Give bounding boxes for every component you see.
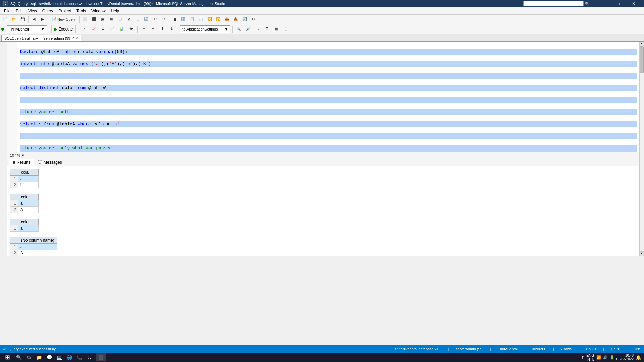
query-options-btn[interactable]: ⚙	[99, 25, 107, 33]
row-num: 2	[10, 182, 18, 188]
connection-dropdown[interactable]: ThriivDental ▼	[7, 25, 47, 33]
tab-results[interactable]: ⊞ Results	[9, 159, 34, 166]
tb-btn-12[interactable]: 🔢	[179, 15, 187, 23]
code-line-6: --here you get both	[20, 109, 637, 115]
code-editor[interactable]: Declare @tableA table ( cola varchar(50)…	[7, 42, 639, 152]
menu-file[interactable]: File	[1, 8, 13, 14]
code-content[interactable]: Declare @tableA table ( cola varchar(50)…	[17, 42, 639, 152]
close-button[interactable]: ✕	[626, 0, 641, 7]
maximize-button[interactable]: □	[610, 0, 626, 7]
tb-sep3	[79, 16, 80, 23]
menu-tools[interactable]: Tools	[74, 8, 89, 14]
menu-help[interactable]: Help	[108, 8, 122, 14]
tb-btn-14[interactable]: 📊	[197, 15, 205, 23]
code-line-3	[20, 73, 637, 79]
tb-btn-10[interactable]: ↪	[160, 15, 168, 23]
scrollbar-track[interactable]	[640, 46, 644, 251]
btn-i[interactable]: ⊞	[272, 25, 280, 33]
chat-btn[interactable]: 💬	[44, 353, 54, 361]
code-line-4: select distinct cola from @tableA	[20, 85, 637, 91]
tb-btn-11[interactable]: ⏹	[171, 15, 179, 23]
taskview-btn[interactable]: ⧉	[24, 353, 34, 361]
tb-btn-5[interactable]: ⊟	[116, 15, 124, 23]
messages-icon: 💬	[38, 160, 42, 164]
minimize-button[interactable]: ─	[595, 0, 610, 7]
include-execution-plan-btn[interactable]: 🗺	[127, 25, 135, 33]
open-btn[interactable]: 📂	[10, 15, 18, 23]
back-btn[interactable]: ◀	[30, 15, 38, 23]
search-taskbar-btn[interactable]: 🔍	[14, 353, 23, 361]
tb-btn-8[interactable]: 🔄	[142, 15, 150, 23]
execute-icon: ▶	[54, 27, 57, 32]
results-grid-icon: ⊞	[12, 160, 15, 165]
vscode-btn[interactable]: 💻	[54, 353, 64, 361]
forward-btn[interactable]: ▶	[39, 15, 47, 23]
btn-b[interactable]: ➡	[149, 25, 157, 33]
start-button[interactable]: ⊞	[1, 353, 13, 361]
tb-btn-6[interactable]: ⊠	[125, 15, 133, 23]
tb-btn-18[interactable]: 📥	[232, 15, 240, 23]
new-query-btn[interactable]: 📝 New Query	[50, 15, 78, 23]
query-tab[interactable]: SQLQuery1.sql - srv...l (serveradmin (99…	[1, 35, 81, 41]
menu-query[interactable]: Query	[40, 8, 56, 14]
tb-btn-1[interactable]: ⬜	[81, 15, 89, 23]
new-file-btn[interactable]: 📄	[1, 15, 9, 23]
btn-d[interactable]: ⬇	[168, 25, 176, 33]
status-separator-2: |	[490, 347, 491, 351]
notification-icon[interactable]: 🔔	[636, 355, 641, 360]
tb-btn-4[interactable]: ⊞	[107, 15, 115, 23]
scrollbar-thumb[interactable]	[640, 46, 644, 73]
skype-btn[interactable]: 📞	[74, 353, 84, 361]
tb-btn-9[interactable]: ↩	[151, 15, 159, 23]
row-num: 1	[10, 244, 18, 250]
tab-messages[interactable]: 💬 Messages	[34, 159, 66, 166]
btn-f[interactable]: 🔎	[244, 25, 252, 33]
save-btn[interactable]: 💾	[19, 15, 27, 23]
quick-launch-input[interactable]	[523, 1, 584, 6]
status-server: srvthriivdental.database.wi...	[395, 347, 441, 351]
tb-btn-3[interactable]: ▣	[99, 15, 107, 23]
menu-window[interactable]: Window	[89, 8, 108, 14]
cell-value: A	[18, 207, 39, 213]
tb-btn-15[interactable]: 🔀	[206, 15, 214, 23]
menu-view[interactable]: View	[25, 8, 40, 14]
scroll-up-btn[interactable]: ▲	[640, 42, 644, 46]
database-dropdown[interactable]: tblApplicationSettings ▼	[180, 25, 230, 33]
zoom-dropdown-icon[interactable]: ▼	[21, 153, 25, 157]
btn-j[interactable]: ⊟	[282, 25, 290, 33]
code-line-5	[20, 97, 637, 103]
include-client-stats-btn[interactable]: 📊	[118, 25, 126, 33]
result-grid-4: (No column name) 1 a 2 A	[10, 236, 637, 256]
files-btn[interactable]: 🗂	[85, 353, 94, 361]
menu-project[interactable]: Project	[56, 8, 74, 14]
scroll-down-btn[interactable]: ▼	[640, 251, 644, 256]
menu-edit[interactable]: Edit	[13, 8, 25, 14]
parse-btn[interactable]: ✓	[80, 25, 88, 33]
explorer-btn[interactable]: 📁	[34, 353, 44, 361]
tb-btn-7[interactable]: ⊡	[133, 15, 142, 23]
btn-e[interactable]: 🔍	[235, 25, 243, 33]
zoom-level: 107 %	[10, 153, 20, 157]
tb-btn-17[interactable]: 📤	[223, 15, 231, 23]
tb-btn-2[interactable]: ⬛	[90, 15, 98, 23]
table-row: 1 a	[10, 244, 57, 250]
btn-h[interactable]: ☰	[263, 25, 271, 33]
tb-btn-13[interactable]: 📋	[188, 15, 196, 23]
tb-btn-19[interactable]: 🔃	[240, 15, 249, 23]
ssms-icon: 🗄️	[99, 355, 103, 360]
tb-btn-20[interactable]: ⚙	[249, 15, 257, 23]
btn-g[interactable]: ⊕	[254, 25, 262, 33]
tb-btn-16[interactable]: 🔁	[214, 15, 222, 23]
execute-button[interactable]: ▶ Execute	[51, 25, 76, 33]
btn-c[interactable]: ⬆	[158, 25, 166, 33]
col-header-cola-1: cola	[18, 169, 39, 176]
display-estimated-btn[interactable]: 📈	[90, 25, 98, 33]
tab-close-icon[interactable]: ✕	[75, 36, 78, 40]
btn-a[interactable]: ⬅	[140, 25, 148, 33]
cell-value: b	[18, 182, 39, 188]
results-to-btn[interactable]: 📄	[108, 25, 116, 33]
table-row: 1 a	[10, 176, 39, 182]
execute-label: Execute	[58, 27, 73, 32]
edge-btn[interactable]: 🌐	[64, 353, 74, 361]
ssms-taskbar-item[interactable]: 🗄️	[96, 353, 106, 361]
